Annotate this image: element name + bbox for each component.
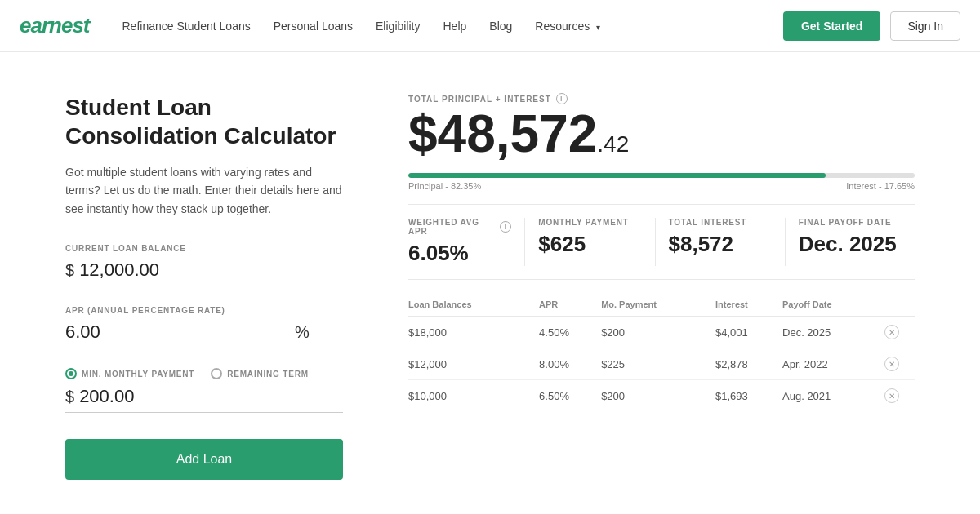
stat-monthly-value: $625 — [538, 232, 641, 257]
nav-link-eligibility[interactable]: Eligibility — [376, 20, 420, 33]
progress-bar-fill — [408, 173, 826, 178]
row2-balance: $12,000 — [408, 348, 539, 380]
radio-min-monthly[interactable]: MIN. MONTHLY PAYMENT — [65, 368, 194, 379]
nav-actions: Get Started Sign In — [783, 11, 960, 41]
col-payment: Mo. Payment — [601, 293, 715, 317]
total-main: $48,572 — [408, 108, 597, 160]
row3-remove-button[interactable]: ✕ — [884, 388, 899, 403]
stat-monthly-payment: MONTHLY PAYMENT $625 — [525, 218, 655, 266]
loan-balance-label: CURRENT LOAN BALANCE — [65, 244, 343, 253]
brand-logo[interactable]: earnest — [20, 13, 90, 38]
stat-payoff-value: Dec. 2025 — [799, 232, 902, 257]
radio-remaining-label: REMAINING TERM — [227, 370, 309, 379]
percent-symbol: % — [295, 323, 310, 342]
nav-link-personal-loans[interactable]: Personal Loans — [274, 20, 353, 33]
radio-remaining-circle — [211, 368, 222, 379]
stat-payoff-label: FINAL PAYOFF DATE — [799, 218, 902, 227]
apr-info-icon[interactable]: i — [500, 221, 511, 233]
interest-label: Interest - 17.65% — [846, 181, 915, 191]
row2-apr: 8.00% — [539, 348, 601, 380]
stat-interest-label: TOTAL INTEREST — [669, 218, 772, 227]
row2-interest: $2,878 — [715, 348, 782, 380]
nav-link-resources[interactable]: Resources ▾ — [535, 20, 600, 33]
progress-labels: Principal - 82.35% Interest - 17.65% — [408, 181, 915, 191]
calculator-description: Got multiple student loans with varying … — [65, 163, 343, 218]
stat-apr-value: 6.05% — [408, 241, 511, 266]
payment-currency-symbol: $ — [65, 388, 74, 406]
row1-payoff: Dec. 2025 — [782, 317, 884, 348]
row1-payment: $200 — [601, 317, 715, 348]
apr-input[interactable] — [65, 321, 290, 343]
navigation: earnest Refinance Student Loans Personal… — [0, 0, 980, 52]
table-row: $12,000 8.00% $225 $2,878 Apr. 2022 ✕ — [408, 348, 915, 380]
main-content: Student Loan Consolidation Calculator Go… — [0, 52, 980, 514]
sign-in-button[interactable]: Sign In — [890, 11, 960, 41]
nav-link-blog[interactable]: Blog — [489, 20, 512, 33]
row3-balance: $10,000 — [408, 380, 539, 412]
total-amount: $48,572 .42 — [408, 108, 915, 160]
payment-group: MIN. MONTHLY PAYMENT REMAINING TERM $ — [65, 368, 343, 413]
row2-remove-button[interactable]: ✕ — [884, 357, 899, 371]
payment-input-row: $ — [65, 386, 343, 413]
apr-label: APR (ANNUAL PERCENTAGE RATE) — [65, 306, 343, 315]
stat-payoff-date: FINAL PAYOFF DATE Dec. 2025 — [786, 218, 915, 266]
table-body: $18,000 4.50% $200 $4,001 Dec. 2025 ✕ $1… — [408, 317, 915, 412]
table-row: $18,000 4.50% $200 $4,001 Dec. 2025 ✕ — [408, 317, 915, 348]
currency-symbol: $ — [65, 261, 74, 280]
radio-remaining-term[interactable]: REMAINING TERM — [211, 368, 309, 379]
principal-label: Principal - 82.35% — [408, 181, 481, 191]
calculator-title: Student Loan Consolidation Calculator — [65, 93, 343, 150]
nav-link-help[interactable]: Help — [443, 20, 467, 33]
stat-weighted-apr: WEIGHTED AVG APR i 6.05% — [408, 218, 525, 266]
progress-bar-container: Principal - 82.35% Interest - 17.65% — [408, 173, 915, 191]
row1-balance: $18,000 — [408, 317, 539, 348]
row3-interest: $1,693 — [715, 380, 782, 412]
radio-min-label: MIN. MONTHLY PAYMENT — [82, 370, 194, 379]
nav-link-refinance[interactable]: Refinance Student Loans — [122, 20, 251, 33]
progress-bar — [408, 173, 915, 178]
row3-remove-cell: ✕ — [884, 380, 915, 412]
table-row: $10,000 6.50% $200 $1,693 Aug. 2021 ✕ — [408, 380, 915, 412]
calculator-panel: Student Loan Consolidation Calculator Go… — [65, 93, 343, 480]
table-header: Loan Balances APR Mo. Payment Interest P… — [408, 293, 915, 317]
get-started-button[interactable]: Get Started — [783, 11, 880, 41]
total-label: TOTAL PRINCIPAL + INTEREST i — [408, 93, 915, 104]
stat-apr-label: WEIGHTED AVG APR i — [408, 218, 511, 236]
apr-input-row: % — [65, 321, 343, 348]
add-loan-button[interactable]: Add Loan — [65, 439, 343, 480]
row1-remove-cell: ✕ — [884, 317, 915, 348]
loan-balance-group: CURRENT LOAN BALANCE $ — [65, 244, 343, 286]
row2-remove-cell: ✕ — [884, 348, 915, 380]
col-balance: Loan Balances — [408, 293, 539, 317]
stat-interest-value: $8,572 — [669, 232, 772, 257]
col-apr: APR — [539, 293, 601, 317]
payment-options: MIN. MONTHLY PAYMENT REMAINING TERM — [65, 368, 343, 379]
row1-apr: 4.50% — [539, 317, 601, 348]
col-remove — [884, 293, 915, 317]
total-info-icon[interactable]: i — [556, 93, 568, 104]
radio-min-circle — [65, 368, 77, 379]
apr-group: APR (ANNUAL PERCENTAGE RATE) % — [65, 306, 343, 348]
total-cents: .42 — [597, 131, 629, 157]
row3-payment: $200 — [601, 380, 715, 412]
results-panel: TOTAL PRINCIPAL + INTEREST i $48,572 .42… — [408, 93, 915, 480]
row1-interest: $4,001 — [715, 317, 782, 348]
payment-input[interactable] — [79, 386, 343, 407]
row3-apr: 6.50% — [539, 380, 601, 412]
stat-monthly-label: MONTHLY PAYMENT — [538, 218, 641, 227]
loan-balance-input[interactable] — [79, 259, 343, 281]
nav-links: Refinance Student Loans Personal Loans E… — [122, 20, 783, 33]
col-interest: Interest — [715, 293, 782, 317]
row3-payoff: Aug. 2021 — [782, 380, 884, 412]
row1-remove-button[interactable]: ✕ — [884, 325, 899, 339]
stat-total-interest: TOTAL INTEREST $8,572 — [656, 218, 786, 266]
loan-balance-input-row: $ — [65, 259, 343, 286]
row2-payment: $225 — [601, 348, 715, 380]
chevron-down-icon: ▾ — [596, 23, 600, 32]
stats-row: WEIGHTED AVG APR i 6.05% MONTHLY PAYMENT… — [408, 204, 915, 280]
row2-payoff: Apr. 2022 — [782, 348, 884, 380]
col-payoff: Payoff Date — [782, 293, 884, 317]
loan-table: Loan Balances APR Mo. Payment Interest P… — [408, 293, 915, 411]
